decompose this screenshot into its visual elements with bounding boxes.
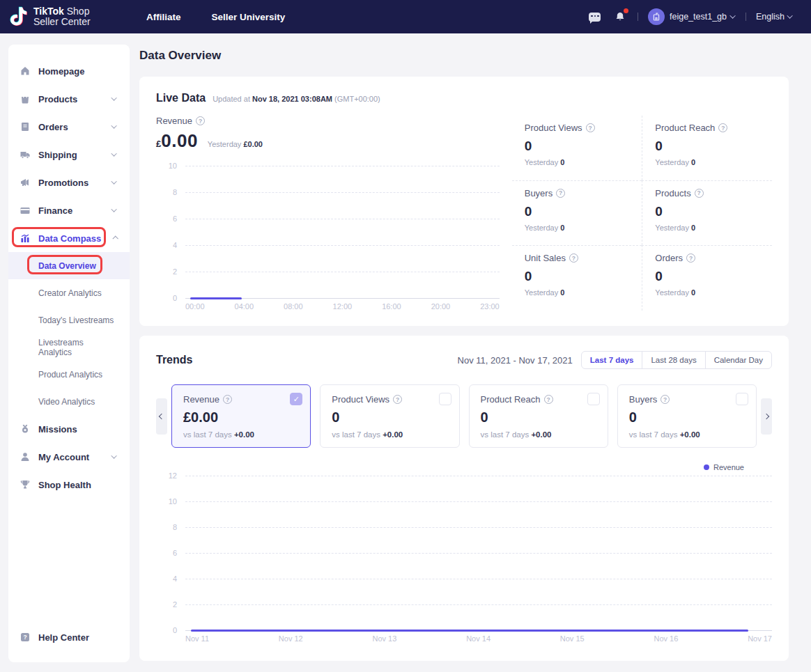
sidebar-subitem-product-analytics[interactable]: Product Analytics <box>8 361 130 388</box>
chevron-down-icon <box>111 453 116 458</box>
sidebar-item-label: Promotions <box>38 178 105 188</box>
sidebar-subitem-creator-analytics[interactable]: Creator Analytics <box>8 279 130 306</box>
metric-card-product-reach[interactable]: Product Reach? 0 vs last 7 days +0.00 <box>469 384 608 448</box>
metric-card-product-views[interactable]: Product Views? 0 vs last 7 days +0.00 <box>320 384 459 448</box>
last-7-days-button[interactable]: Last 7 days <box>582 352 642 368</box>
sidebar-subitem-label: Today's Livestreams <box>38 315 114 325</box>
live-data-card: Live Data Updated at Nov 18, 2021 03:08A… <box>139 77 789 326</box>
info-icon[interactable]: ? <box>393 395 402 404</box>
sidebar-item-missions[interactable]: Missions <box>8 415 130 443</box>
sidebar-subitem-data-overview[interactable]: Data Overview <box>8 252 130 279</box>
stat-products: Products? 0 Yesterday 0 <box>642 180 772 246</box>
chevron-up-icon <box>112 235 118 241</box>
chart-legend: Revenue <box>156 463 744 471</box>
brand-shop: Shop <box>67 6 90 17</box>
metric-checkbox[interactable]: ✓ <box>290 393 302 405</box>
info-icon[interactable]: ? <box>661 395 670 404</box>
info-icon[interactable]: ? <box>569 253 578 263</box>
legend-label: Revenue <box>713 463 744 471</box>
info-icon[interactable]: ? <box>718 123 727 132</box>
revenue-yesterday: Yesterday £0.00 <box>208 140 263 148</box>
shopping-bag-icon <box>20 93 31 104</box>
top-nav-links: Affiliate Seller University <box>146 12 285 22</box>
help-icon: ? <box>20 632 31 643</box>
scroll-left-button[interactable] <box>156 398 167 435</box>
revenue-value: £0.00 <box>156 130 198 152</box>
stat-orders: Orders? 0 Yesterday 0 <box>642 245 772 311</box>
sidebar: Homepage Products Orders Shipping Promot… <box>8 45 130 662</box>
info-icon[interactable]: ? <box>223 395 232 404</box>
live-data-chart: 0246810 00:0004:0008:0012:0016:0020:0023… <box>156 166 500 311</box>
trends-card: Trends Nov 11, 2021 - Nov 17, 2021 Last … <box>139 336 789 661</box>
sidebar-item-promotions[interactable]: Promotions <box>8 169 130 196</box>
info-icon[interactable]: ? <box>686 253 695 263</box>
trends-chart-x-axis: Nov 11Nov 12Nov 13Nov 14Nov 15Nov 16Nov … <box>185 634 772 643</box>
chevron-left-icon <box>159 413 164 419</box>
live-stats-grid: Product Views? 0 Yesterday 0 Product Rea… <box>512 116 772 311</box>
home-icon <box>20 65 31 77</box>
nav-affiliate[interactable]: Affiliate <box>146 12 181 22</box>
info-icon[interactable]: ? <box>196 116 205 125</box>
calendar-day-button[interactable]: Calendar Day <box>705 352 771 368</box>
sidebar-subitem-todays-livestreams[interactable]: Today's Livestreams <box>8 306 130 334</box>
chevron-down-icon <box>111 150 116 156</box>
metric-cards-row: Revenue? £0.00 vs last 7 days +0.00 ✓ Pr… <box>156 384 772 448</box>
trends-title: Trends <box>156 354 192 366</box>
sidebar-item-finance[interactable]: Finance <box>8 196 130 224</box>
stat-unit-sales: Unit Sales? 0 Yesterday 0 <box>512 245 642 311</box>
stat-product-views: Product Views? 0 Yesterday 0 <box>512 116 642 180</box>
info-icon[interactable]: ? <box>544 395 553 404</box>
stat-buyers: Buyers? 0 Yesterday 0 <box>512 180 642 246</box>
sidebar-item-shop-health[interactable]: Shop Health <box>8 471 130 499</box>
info-icon[interactable]: ? <box>556 189 565 198</box>
metric-checkbox[interactable] <box>736 393 748 405</box>
trends-chart: 024681012 Nov 11Nov 12Nov 13Nov 14Nov 15… <box>156 476 772 643</box>
nav-seller-university[interactable]: Seller University <box>212 12 286 22</box>
language-label: English <box>756 12 785 22</box>
date-range: Nov 11, 2021 - Nov 17, 2021 <box>458 355 573 366</box>
sidebar-item-products[interactable]: Products <box>8 85 130 113</box>
sidebar-item-data-compass[interactable]: Data Compass <box>8 224 130 252</box>
sidebar-item-orders[interactable]: Orders <box>8 113 130 141</box>
chevron-down-icon <box>111 123 116 128</box>
user-menu[interactable]: feige_test1_gb <box>648 8 736 25</box>
tiktok-shop-logo[interactable]: TikTok Shop Seller Center <box>0 6 146 27</box>
sidebar-item-label: Help Center <box>38 632 118 643</box>
sidebar-item-shipping[interactable]: Shipping <box>8 141 130 169</box>
megaphone-icon <box>20 177 31 188</box>
sidebar-item-label: Finance <box>38 205 105 216</box>
last-28-days-button[interactable]: Last 28 days <box>642 352 704 368</box>
metric-checkbox[interactable] <box>587 393 600 405</box>
brand-seller-center: Seller Center <box>33 17 91 27</box>
sidebar-item-label: Orders <box>38 122 105 132</box>
legend-dot-revenue <box>704 464 709 470</box>
messages-button[interactable] <box>587 9 603 24</box>
chat-bubble-icon <box>589 13 601 22</box>
chevron-down-icon <box>111 95 116 100</box>
metric-card-buyers[interactable]: Buyers? 0 vs last 7 days +0.00 <box>617 384 757 448</box>
language-selector[interactable]: English <box>756 12 793 22</box>
sidebar-item-help-center[interactable]: ? Help Center <box>8 623 130 651</box>
sidebar-subitem-livestreams-analytics[interactable]: Livestreams Analytics <box>8 334 130 361</box>
chevron-right-icon <box>764 413 769 419</box>
sidebar-item-my-account[interactable]: My Account <box>8 443 130 471</box>
credit-card-icon <box>20 205 31 216</box>
sidebar-item-homepage[interactable]: Homepage <box>8 57 130 85</box>
notifications-button[interactable] <box>612 9 628 24</box>
metric-card-revenue[interactable]: Revenue? £0.00 vs last 7 days +0.00 ✓ <box>171 384 311 448</box>
sidebar-subitem-label: Video Analytics <box>38 397 95 407</box>
info-icon[interactable]: ? <box>695 189 704 198</box>
sidebar-subitem-video-analytics[interactable]: Video Analytics <box>8 388 130 415</box>
medal-icon <box>20 423 31 435</box>
top-navigation-bar: TikTok Shop Seller Center Affiliate Sell… <box>0 0 811 33</box>
sidebar-subitem-label: Creator Analytics <box>38 288 102 298</box>
scroll-right-button[interactable] <box>761 398 772 435</box>
sidebar-item-label: Missions <box>38 424 118 435</box>
info-icon[interactable]: ? <box>586 123 595 132</box>
divider <box>746 13 746 21</box>
chevron-down-icon <box>729 13 735 18</box>
live-data-updated: Updated at Nov 18, 2021 03:08AM (GMT+00:… <box>213 95 380 103</box>
divider <box>638 13 638 21</box>
metric-checkbox[interactable] <box>439 393 451 405</box>
sidebar-item-label: Data Compass <box>38 233 105 244</box>
